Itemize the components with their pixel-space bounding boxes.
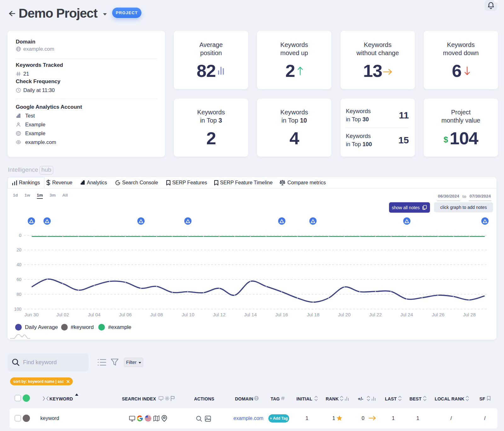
svg-text:Jul 02: Jul 02 (56, 312, 69, 317)
svg-text:20: 20 (16, 247, 21, 252)
svg-text:Jul 28: Jul 28 (463, 312, 476, 317)
svg-text:100: 100 (14, 307, 22, 312)
svg-text:Jul 26: Jul 26 (432, 312, 444, 317)
svg-text:60: 60 (16, 277, 21, 282)
svg-text:Jul 06: Jul 06 (119, 312, 132, 317)
svg-text:40: 40 (16, 262, 21, 267)
svg-text:Jul 04: Jul 04 (88, 312, 100, 317)
svg-text:Jul 22: Jul 22 (369, 312, 382, 317)
svg-text:Jun 30: Jun 30 (24, 312, 38, 317)
svg-text:Jul 10: Jul 10 (182, 312, 194, 317)
svg-text:Jul 16: Jul 16 (275, 312, 288, 317)
svg-text:Jul 18: Jul 18 (307, 312, 319, 317)
svg-text:Jul 12: Jul 12 (213, 312, 226, 317)
svg-text:Jul 08: Jul 08 (150, 312, 163, 317)
svg-text:Jul 14: Jul 14 (244, 312, 257, 317)
svg-text:80: 80 (16, 292, 21, 297)
svg-text:0: 0 (19, 233, 21, 238)
svg-text:Jul 24: Jul 24 (400, 312, 413, 317)
svg-text:Jul 20: Jul 20 (338, 312, 351, 317)
